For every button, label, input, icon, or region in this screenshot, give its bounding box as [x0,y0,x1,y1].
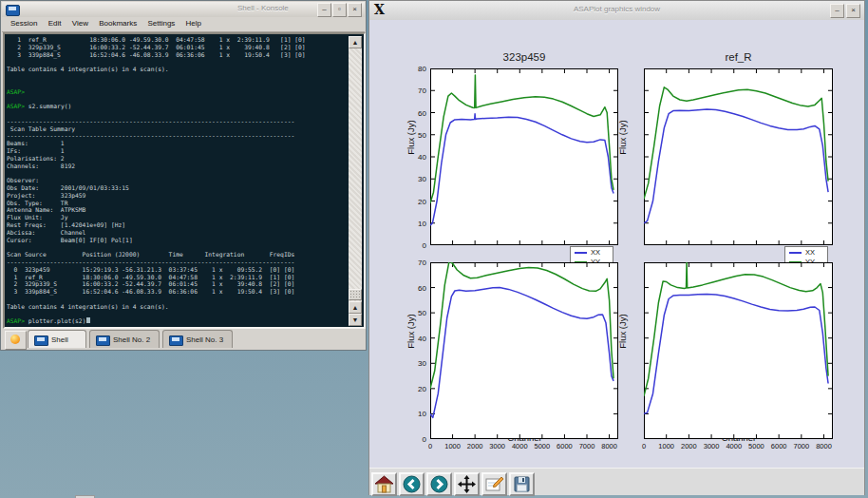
scroll-up-icon[interactable]: ▲ [349,36,362,48]
y-tick-label: 20 [406,198,426,206]
terminal-window: Shell - Konsole – ▫ × Session Edit View … [0,0,367,351]
tab-label: Shell No. 3 [186,335,223,344]
pan-icon [457,475,477,493]
tab-shell-no-2[interactable]: Shell No. 2 [89,330,160,348]
menu-item-help[interactable]: Help [186,17,201,28]
customize-icon [484,475,504,493]
plot-area [644,68,833,245]
pan-button[interactable] [454,472,480,496]
y-tick-label: 30 [406,175,426,183]
scroll-up-icon[interactable]: ▲ [349,301,362,314]
plot-toolbar [369,468,864,495]
y-tick-label: 40 [406,335,426,343]
y-tick-label: 60 [406,284,426,293]
scrollbar-thumb[interactable] [349,289,362,300]
legend-label: XX [805,248,815,257]
konsole-icon [6,5,20,16]
y-tick-label: 50 [406,309,426,317]
back-icon [402,475,422,493]
save-icon [512,475,532,493]
plot-area [430,262,618,439]
tab-label: Shell [51,335,68,344]
y-tick-label: 70 [406,259,426,267]
close-button[interactable]: × [348,3,362,17]
plot-area [430,68,618,245]
terminal-menubar: Session Edit View Bookmarks Settings Hel… [2,17,365,32]
y-tick-label: 80 [406,65,426,73]
menu-item-edit[interactable]: Edit [48,17,62,28]
forward-icon [429,475,449,493]
plot-title: 323p459 [430,51,618,63]
save-button[interactable] [509,472,535,496]
menu-item-bookmarks[interactable]: Bookmarks [99,17,137,28]
plot-window: X ASAPlot graphics window – × 323p459 re… [368,0,865,495]
figure-canvas[interactable]: 323p459 ref_R 329p339_S 339p884_S Channe… [369,20,864,468]
plot-area [644,262,833,439]
home-icon [374,475,394,493]
customize-button[interactable] [481,472,507,496]
terminal-tab-icon [96,335,110,346]
y-tick-label: 10 [406,410,426,418]
y-tick-label: 50 [406,131,426,140]
terminal-tabbar: Shell Shell No. 2 Shell No. 3 [2,330,365,349]
y-tick-label: 0 [406,241,426,250]
terminal-frame: 1 ref_R 18:30:06.0 -49.59.30.0 04:47:58 … [3,32,366,329]
y-tick-label: 10 [406,220,426,228]
y-axis-label: Flux (Jy) [617,100,628,176]
menu-item-session[interactable]: Session [10,17,37,28]
new-session-icon [10,335,20,344]
tab-shell-no-3[interactable]: Shell No. 3 [162,330,233,348]
minimize-button[interactable]: – [317,3,331,17]
legend-label: XX [591,248,600,257]
maximize-button[interactable]: ▫ [332,3,347,17]
tab-shell[interactable]: Shell [28,330,86,348]
y-tick-label: 70 [406,86,426,95]
terminal-tab-icon [169,335,183,346]
y-axis-label: Flux (Jy) [406,294,416,370]
menu-item-settings[interactable]: Settings [147,17,175,28]
terminal-scrollbar[interactable]: ▲ ▲ ▼ [349,36,362,325]
x-tick-label: 8000 [595,442,624,450]
y-axis-label: Flux (Jy) [617,294,628,370]
y-tick-label: 30 [406,359,426,368]
new-session-button[interactable] [5,331,27,350]
minimize-button[interactable]: – [830,4,844,18]
plot-window-title: ASAPlot graphics window [369,5,864,13]
plot-title: ref_R [644,51,833,63]
terminal-window-title: Shell - Konsole [237,4,289,12]
menu-item-view[interactable]: View [72,17,88,28]
scroll-down-icon[interactable]: ▼ [349,314,362,326]
close-button[interactable]: × [846,4,860,18]
y-tick-label: 40 [406,153,426,162]
desktop: Shell - Konsole – ▫ × Session Edit View … [0,0,868,498]
home-button[interactable] [371,472,397,496]
x-tick-label: 8000 [810,442,839,450]
terminal-titlebar[interactable]: Shell - Konsole – ▫ × [2,2,365,18]
back-button[interactable] [399,472,425,496]
y-tick-label: 20 [406,385,426,393]
y-tick-label: 60 [406,109,426,118]
terminal-tab-icon [34,335,48,346]
plot-titlebar[interactable]: X ASAPlot graphics window – × [369,1,864,21]
tab-label: Shell No. 2 [113,335,150,344]
forward-button[interactable] [426,472,452,496]
terminal-output[interactable]: 1 ref_R 18:30:06.0 -49.59.30.0 04:47:58 … [7,36,337,325]
